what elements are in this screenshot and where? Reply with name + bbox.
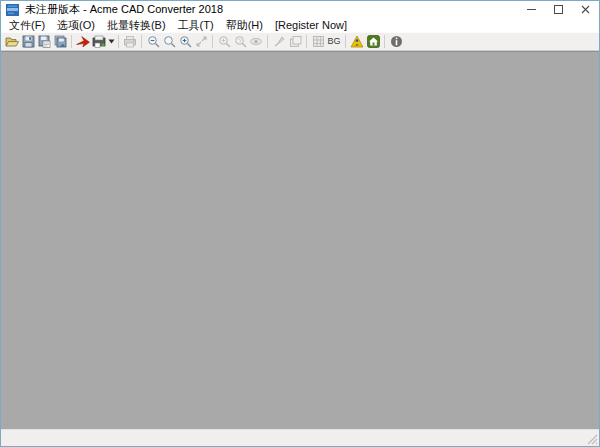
print-button (122, 34, 138, 49)
toolbar: BG (1, 32, 599, 51)
minimize-icon (527, 9, 536, 10)
maximize-button[interactable] (545, 1, 572, 18)
menu-register-now[interactable]: [Register Now] (269, 18, 353, 32)
app-icon (6, 4, 19, 16)
app-window: 未注册版本 - Acme CAD Converter 2018 文件(F) 选项… (0, 0, 600, 447)
title-bar: 未注册版本 - Acme CAD Converter 2018 (1, 1, 599, 18)
save-button[interactable] (20, 34, 36, 49)
open-file-icon (5, 35, 19, 48)
toolbar-separator (306, 35, 307, 48)
save-all-icon (54, 35, 67, 48)
purchase-warning-icon (350, 35, 364, 48)
drawing-canvas-area (1, 51, 599, 429)
menu-file[interactable]: 文件(F) (3, 18, 51, 32)
toolbar-separator (384, 35, 385, 48)
convert-dropdown-button[interactable] (107, 34, 115, 49)
redraw-icon (273, 35, 286, 48)
toolbar-separator (345, 35, 346, 48)
layers-icon (289, 35, 302, 48)
redraw-button (271, 34, 287, 49)
print-icon (123, 35, 137, 48)
toolbar-separator (71, 35, 72, 48)
resize-grip-icon[interactable] (586, 433, 598, 445)
menu-help[interactable]: 帮助(H) (220, 18, 269, 32)
zoom-out-icon (147, 35, 160, 48)
zoom-extents-icon (195, 35, 208, 48)
zoom-extents-button (193, 34, 209, 49)
zoom-window-button (216, 34, 232, 49)
convert-dropdown-arrow-icon (108, 39, 115, 44)
save-all-button[interactable] (52, 34, 68, 49)
zoom-out-button[interactable] (145, 34, 161, 49)
convert-button[interactable] (75, 34, 91, 49)
save-icon (22, 35, 35, 48)
close-icon (581, 5, 590, 14)
close-button[interactable] (572, 1, 599, 18)
home-icon (367, 35, 380, 48)
grid-icon (312, 35, 325, 48)
status-bar (1, 429, 599, 446)
zoom-in-icon (179, 35, 192, 48)
minimize-button[interactable] (518, 1, 545, 18)
window-title: 未注册版本 - Acme CAD Converter 2018 (25, 1, 518, 18)
home-button[interactable] (365, 34, 381, 49)
menu-options[interactable]: 选项(O) (51, 18, 101, 32)
bg-toggle-button[interactable]: BG (326, 34, 342, 49)
maximize-icon (554, 5, 563, 14)
view-eye-icon (249, 35, 263, 48)
zoom-in-button[interactable] (177, 34, 193, 49)
zoom-realtime-button[interactable] (161, 34, 177, 49)
zoom-realtime-icon (163, 35, 176, 48)
layers-button (287, 34, 303, 49)
batch-convert-icon (92, 35, 106, 48)
zoom-previous-icon (234, 35, 247, 48)
toolbar-separator (267, 35, 268, 48)
open-file-button[interactable] (4, 34, 20, 49)
menu-batch-convert[interactable]: 批量转换(B) (101, 18, 172, 32)
grid-button (310, 34, 326, 49)
save-as-button[interactable] (36, 34, 52, 49)
toolbar-separator (141, 35, 142, 48)
save-as-icon (38, 35, 51, 48)
purchase-button[interactable] (349, 34, 365, 49)
about-button[interactable] (388, 34, 404, 49)
menu-bar: 文件(F) 选项(O) 批量转换(B) 工具(T) 帮助(H) [Registe… (1, 18, 599, 32)
zoom-previous-button (232, 34, 248, 49)
convert-icon (76, 35, 90, 48)
menu-tools[interactable]: 工具(T) (172, 18, 220, 32)
toolbar-separator (212, 35, 213, 48)
batch-convert-button[interactable] (91, 34, 107, 49)
bg-toggle-label: BG (327, 34, 340, 49)
toolbar-separator (118, 35, 119, 48)
view-eye-button (248, 34, 264, 49)
about-info-icon (390, 35, 403, 48)
zoom-window-icon (218, 35, 231, 48)
window-controls (518, 1, 599, 18)
